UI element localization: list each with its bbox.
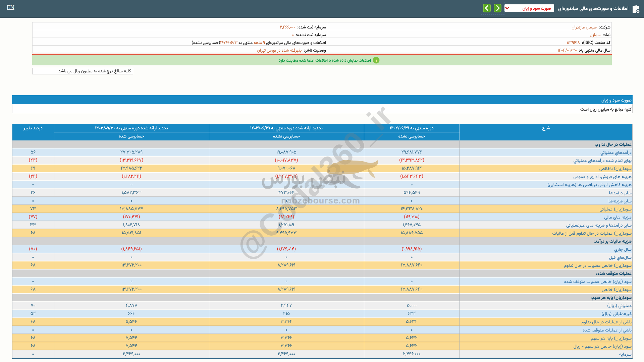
- svg-text:i: i: [375, 58, 377, 63]
